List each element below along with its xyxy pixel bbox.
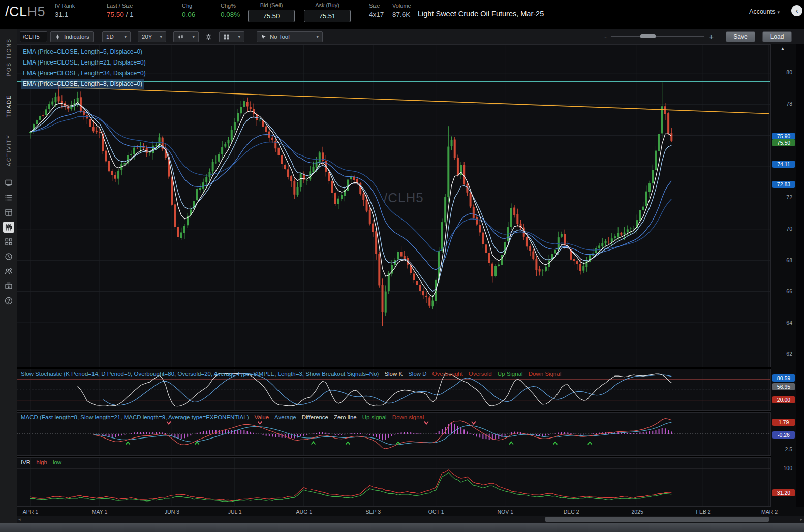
drawing-tool-dropdown[interactable]: No Tool▾ bbox=[257, 31, 323, 42]
legend-item: Slow K bbox=[384, 371, 403, 377]
time-axis-label: SEP 3 bbox=[366, 509, 381, 515]
bid-label: Bid (Sell) bbox=[248, 2, 295, 8]
accounts-dropdown[interactable]: Accounts▾ bbox=[749, 8, 780, 15]
share-users-icon[interactable] bbox=[3, 266, 14, 277]
symbol-input[interactable] bbox=[20, 31, 47, 42]
study-labels: EMA (Price=CLOSE, Length=5, Displace=0)E… bbox=[21, 47, 148, 89]
symbol-title: /CLH5 bbox=[5, 4, 45, 20]
sidebar-tab-activity[interactable]: ACTIVITY bbox=[6, 134, 12, 166]
chgpct-label: Chg% bbox=[221, 3, 240, 9]
ema-label-1[interactable]: EMA (Price=CLOSE, Length=21, Displace=0) bbox=[21, 57, 148, 68]
time-axis-label: FEB 2 bbox=[696, 509, 711, 515]
chgpct-field: Chg% 0.08% bbox=[221, 3, 240, 18]
time-axis-label: JUN 3 bbox=[165, 509, 179, 515]
legend-item: Difference bbox=[302, 414, 328, 420]
size-label: Size bbox=[369, 3, 384, 9]
scrollbar-thumb[interactable] bbox=[545, 517, 769, 522]
zoom-out-button[interactable]: - bbox=[604, 33, 607, 41]
macd-down-signal bbox=[167, 422, 171, 424]
instrument-description: Light Sweet Crude Oil Futures, Mar-25 bbox=[418, 10, 544, 18]
axis-tick-label: 66 bbox=[786, 288, 792, 294]
sidebar-tab-positions[interactable]: POSITIONS bbox=[6, 38, 12, 76]
legend-item: Value bbox=[255, 414, 269, 420]
legend-item: high bbox=[36, 459, 47, 465]
chart-icon[interactable] bbox=[3, 222, 14, 233]
sidebar-tab-trade[interactable]: TRADE bbox=[6, 95, 12, 118]
chevron-down-icon: ▾ bbox=[238, 34, 240, 39]
drawing-tool-value: No Tool bbox=[270, 34, 290, 40]
scroll-right-icon[interactable]: ▸ bbox=[800, 517, 802, 522]
transfer-icon[interactable] bbox=[3, 280, 14, 292]
price-axis-bubble: 1.79 bbox=[772, 419, 795, 426]
help-icon[interactable] bbox=[3, 295, 14, 306]
stochastic-panel[interactable]: Slow Stochastic (K Period=14, D Period=9… bbox=[17, 369, 771, 411]
chevron-down-icon: ▾ bbox=[192, 34, 195, 39]
chg-field: Chg 0.06 bbox=[182, 3, 195, 18]
price-axis[interactable]: ▲ 6264666870727476788075.9075.5074.1172.… bbox=[771, 44, 796, 507]
cursor-icon bbox=[261, 34, 267, 40]
zoom-slider[interactable] bbox=[611, 36, 704, 37]
timeframe-dropdown[interactable]: 1D▾ bbox=[102, 31, 131, 42]
bid-group: Bid (Sell) 75.50 bbox=[248, 2, 295, 22]
legend-item: low bbox=[53, 459, 61, 465]
save-button[interactable]: Save bbox=[726, 31, 755, 42]
price-chart-canvas[interactable] bbox=[17, 45, 770, 367]
macd-up-signal bbox=[588, 442, 592, 445]
macd-panel[interactable]: MACD (Fast length=8, Slow length=21, MAC… bbox=[17, 412, 771, 456]
chart-scrollbar[interactable]: ◂ ▸ bbox=[17, 516, 804, 523]
price-panel[interactable]: EMA (Price=CLOSE, Length=5, Displace=0)E… bbox=[17, 44, 771, 367]
orders-list-icon[interactable] bbox=[3, 192, 14, 203]
range-dropdown[interactable]: 20Y▾ bbox=[138, 31, 166, 42]
iv-rank-value: 31.1 bbox=[55, 11, 75, 18]
zoom-slider-thumb[interactable] bbox=[640, 34, 656, 38]
macd-down-signal bbox=[258, 422, 262, 424]
ema-label-2[interactable]: EMA (Price=CLOSE, Length=34, Displace=0) bbox=[21, 68, 148, 79]
iv-rank-field: IV Rank 31.1 bbox=[55, 3, 75, 18]
macd-up-signal bbox=[195, 442, 199, 445]
load-button[interactable]: Load bbox=[762, 31, 792, 42]
chart-type-dropdown[interactable]: ▾ bbox=[173, 31, 199, 42]
macd-title: MACD (Fast length=8, Slow length=21, MAC… bbox=[21, 414, 249, 420]
scratchpad-icon[interactable] bbox=[3, 177, 14, 189]
axis-tick-label: 72 bbox=[786, 194, 792, 200]
ivr-panel[interactable]: IVRhighlow bbox=[17, 457, 771, 507]
sparkle-icon bbox=[54, 34, 61, 40]
quote-header: /CLH5 IV Rank 31.1 Last / Size 75.50 / 1… bbox=[0, 0, 804, 29]
stochastic-title: Slow Stochastic (K Period=14, D Period=9… bbox=[21, 371, 379, 377]
indicators-button[interactable]: Indicators bbox=[50, 31, 94, 42]
axis-tick-label: 62 bbox=[786, 351, 792, 357]
scroll-left-icon[interactable]: ◂ bbox=[18, 517, 21, 522]
collapse-panel-button[interactable]: ‹ bbox=[791, 5, 802, 16]
chart-settings-button[interactable] bbox=[203, 31, 214, 42]
axis-tick-label: 64 bbox=[786, 320, 792, 326]
volume-label: Volume bbox=[392, 3, 411, 9]
ema-label-0[interactable]: EMA (Price=CLOSE, Length=5, Displace=0) bbox=[21, 47, 144, 57]
last-value: 75.50 bbox=[107, 11, 124, 18]
history-icon[interactable] bbox=[3, 251, 14, 262]
zoom-out-glyph: - bbox=[604, 32, 607, 41]
macd-up-signal bbox=[553, 442, 558, 445]
trading-platform-window: /CLH5 IV Rank 31.1 Last / Size 75.50 / 1… bbox=[0, 0, 804, 532]
legend-item: Overbought bbox=[432, 371, 463, 377]
zoom-in-button[interactable]: + bbox=[709, 33, 714, 41]
axis-collapse-icon[interactable]: ▲ bbox=[781, 46, 785, 51]
gear-icon bbox=[205, 33, 212, 41]
bid-button[interactable]: 75.50 bbox=[248, 10, 295, 22]
chevron-down-icon: ▾ bbox=[124, 34, 127, 39]
price-axis-bubble: 72.83 bbox=[772, 181, 795, 188]
apps-grid-icon[interactable] bbox=[3, 236, 14, 247]
time-axis[interactable]: APR 1MAY 1JUN 3JUL 1AUG 1SEP 3OCT 1NOV 1… bbox=[17, 507, 804, 516]
ask-button[interactable]: 75.51 bbox=[304, 10, 351, 22]
chg-value: 0.06 bbox=[182, 11, 195, 18]
ivr-canvas[interactable] bbox=[17, 458, 770, 506]
chart-region: EMA (Price=CLOSE, Length=5, Displace=0)E… bbox=[17, 44, 804, 507]
ema-label-3[interactable]: EMA (Price=CLOSE, Length=8, Displace=0) bbox=[21, 79, 144, 89]
chgpct-value: 0.08% bbox=[221, 11, 240, 18]
time-axis-label: NOV 1 bbox=[498, 509, 514, 515]
macd-legend: ValueAverageDifferenceZero lineUp signal… bbox=[249, 414, 424, 420]
grid-layout-dropdown[interactable]: ▾ bbox=[219, 31, 244, 42]
report-icon[interactable] bbox=[3, 207, 14, 218]
macd-up-signal bbox=[509, 442, 513, 445]
time-axis-label: MAR 2 bbox=[761, 509, 778, 515]
indicators-label: Indicators bbox=[64, 34, 89, 40]
